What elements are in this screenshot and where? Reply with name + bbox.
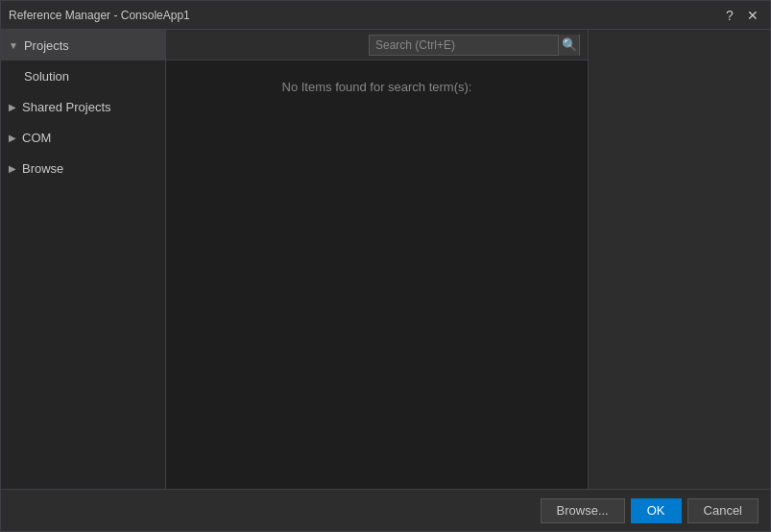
sidebar-item-com[interactable]: ▶ COM <box>1 122 165 153</box>
right-panel <box>588 30 770 489</box>
no-items-message: No Items found for search term(s): <box>282 80 472 94</box>
title-bar-left: Reference Manager - ConsoleApp1 <box>9 9 190 22</box>
sidebar-projects-label: Projects <box>24 38 69 53</box>
content-panel: No Items found for search term(s): <box>166 60 588 489</box>
sidebar-item-shared-projects[interactable]: ▶ Shared Projects <box>1 91 165 122</box>
title-bar: Reference Manager - ConsoleApp1 ? ✕ <box>1 1 770 30</box>
chevron-down-icon: ▼ <box>9 40 18 51</box>
title-bar-controls: ? ✕ <box>720 6 762 25</box>
chevron-right-icon-browse: ▶ <box>9 163 16 174</box>
search-bar: 🔍 <box>166 30 588 60</box>
ok-button[interactable]: OK <box>631 498 682 523</box>
help-button[interactable]: ? <box>720 6 739 25</box>
cancel-button[interactable]: Cancel <box>687 498 759 523</box>
sidebar-shared-projects-label: Shared Projects <box>22 100 111 114</box>
sidebar-solution-label: Solution <box>24 69 69 84</box>
dialog-title: Reference Manager - ConsoleApp1 <box>9 9 190 22</box>
close-button[interactable]: ✕ <box>743 6 762 25</box>
chevron-right-icon-com: ▶ <box>9 133 16 143</box>
sidebar-item-solution[interactable]: Solution <box>1 60 165 91</box>
sidebar: ▼ Projects Solution ▶ Shared Projects ▶ … <box>1 30 166 489</box>
content-area: ▼ Projects Solution ▶ Shared Projects ▶ … <box>1 30 770 489</box>
search-input[interactable] <box>370 38 558 52</box>
dialog-window: Reference Manager - ConsoleApp1 ? ✕ ▼ Pr… <box>0 0 771 532</box>
chevron-right-icon: ▶ <box>9 102 16 112</box>
search-button[interactable]: 🔍 <box>558 35 579 56</box>
main-panel: 🔍 No Items found for search term(s): <box>166 30 588 489</box>
sidebar-projects-header[interactable]: ▼ Projects <box>1 30 165 60</box>
sidebar-com-label: COM <box>22 131 51 145</box>
footer: Browse... OK Cancel <box>1 489 770 531</box>
search-input-wrapper: 🔍 <box>369 35 580 56</box>
sidebar-item-browse[interactable]: ▶ Browse <box>1 153 165 183</box>
browse-button[interactable]: Browse... <box>541 498 625 523</box>
sidebar-browse-label: Browse <box>22 161 63 176</box>
